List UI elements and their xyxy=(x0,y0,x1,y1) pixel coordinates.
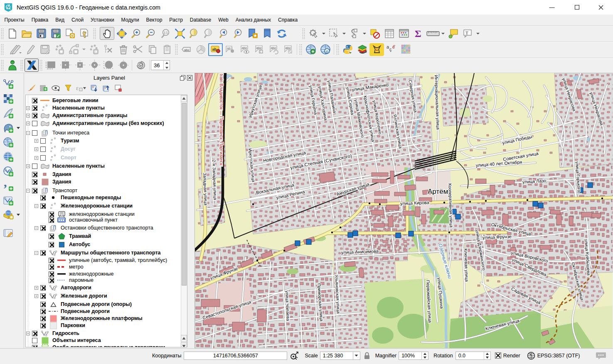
svg-text:a: a xyxy=(387,44,389,49)
svg-text:ç: ç xyxy=(389,47,392,52)
svg-text:ε: ε xyxy=(76,85,79,91)
svg-text:Σ: Σ xyxy=(415,28,421,39)
svg-text:улица Фрунзе: улица Фрунзе xyxy=(483,234,512,240)
svg-text:Артём: Артём xyxy=(428,188,448,195)
svg-text:улица Чапаева: улица Чапаева xyxy=(285,291,291,321)
svg-text:ab: ab xyxy=(212,47,217,51)
svg-text:1:1: 1:1 xyxy=(164,31,168,34)
svg-text:abc: abc xyxy=(285,46,290,50)
svg-text:Q: Q xyxy=(326,50,328,54)
svg-text:train Владивосток — Партизанск: train Владивосток — Партизанск; Партизан… xyxy=(219,74,224,166)
svg-text:ab: ab xyxy=(227,46,231,50)
svg-text:abc: abc xyxy=(241,46,247,50)
svg-text:T: T xyxy=(465,30,468,35)
svg-text:abc: abc xyxy=(184,48,190,52)
svg-text:,: , xyxy=(4,181,7,189)
svg-text:abc: abc xyxy=(271,46,276,50)
svg-text:улица Кирова: улица Кирова xyxy=(400,200,430,206)
svg-text:abc: abc xyxy=(256,46,261,50)
